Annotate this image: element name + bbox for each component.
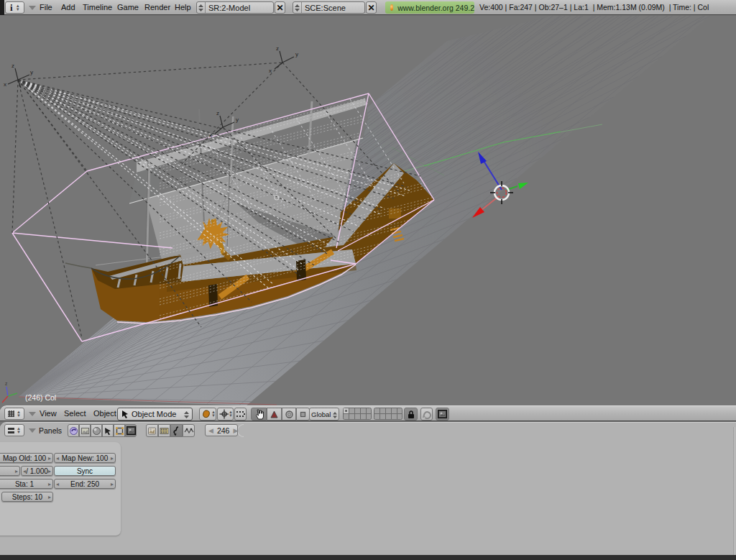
- svg-text:y: y: [30, 69, 33, 75]
- svg-text:z: z: [216, 110, 219, 116]
- svg-text:y: y: [295, 51, 298, 58]
- svg-text:x: x: [4, 81, 6, 88]
- svg-text:x: x: [269, 68, 272, 74]
- svg-text:y: y: [236, 116, 239, 123]
- svg-text:(246) Col: (246) Col: [25, 393, 56, 402]
- svg-text:x: x: [209, 132, 212, 139]
- svg-text:z: z: [5, 381, 7, 386]
- svg-text:z: z: [12, 63, 14, 69]
- svg-text:z: z: [276, 45, 279, 52]
